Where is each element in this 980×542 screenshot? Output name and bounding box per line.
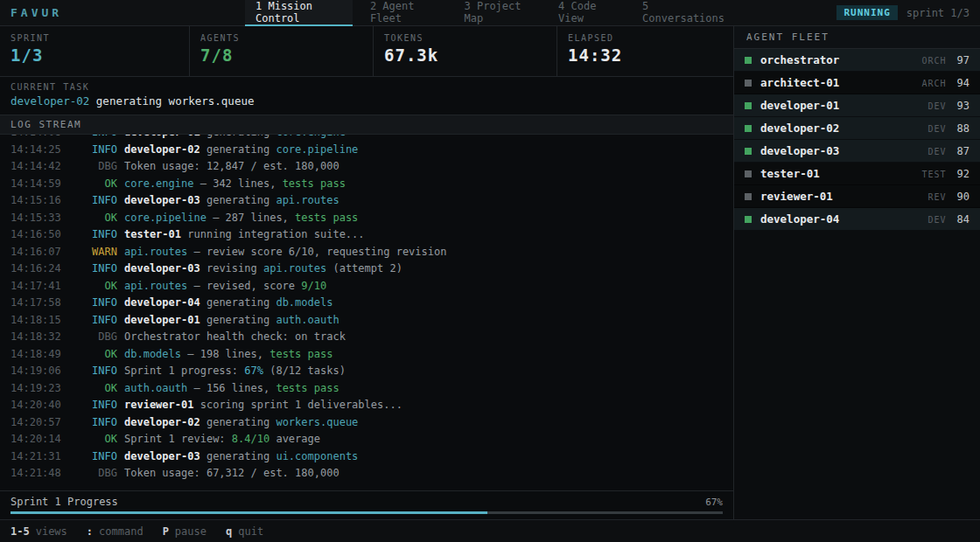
log-segment-msg: — 198 lines, xyxy=(181,348,270,360)
log-timestamp: 14:14:08 xyxy=(10,135,63,142)
log-line: 14:20:40INFOreviewer-01 scoring sprint 1… xyxy=(10,397,723,414)
log-segment-good: 9/10 xyxy=(301,280,326,292)
log-line: 14:21:48DBGToken usage: 67,312 / est. 18… xyxy=(10,465,723,483)
log-line: 14:18:32DBGOrchestrator health check: on… xyxy=(10,329,723,346)
log-segment-module: api.routes xyxy=(124,280,187,292)
status-badge: RUNNING xyxy=(836,5,897,20)
log-segment-msg: scoring sprint 1 deliverables... xyxy=(193,399,402,411)
key-hint-pause: Ppause xyxy=(163,525,206,538)
left-column: SPRINT1/3AGENTS7/8TOKENS67.3kELAPSED14:3… xyxy=(0,26,733,519)
log-segment-good: tests pass xyxy=(276,382,339,394)
log-segment-msg: — revised, score xyxy=(187,280,301,292)
log-message: api.routes — revised, score 9/10 xyxy=(124,280,326,292)
log-timestamp: 14:18:32 xyxy=(10,329,63,346)
log-segment-msg: Sprint 1 review: xyxy=(124,433,232,445)
tab-1-mission-control[interactable]: 1 Mission Control xyxy=(245,0,353,26)
log-message: Orchestrator health check: on track xyxy=(124,330,346,343)
log-line: 14:16:50INFOtester-01 running integratio… xyxy=(10,226,723,244)
agent-row-reviewer-01[interactable]: reviewer-01REV90 xyxy=(734,185,980,208)
log-segment-msg: Token usage: 12,847 / est. 180,000 xyxy=(124,160,340,172)
log-body[interactable]: 14:14:08INFOdeveloper-01 generating core… xyxy=(0,135,733,490)
log-timestamp: 14:21:48 xyxy=(10,465,63,483)
log-line: 14:17:41OKapi.routes — revised, score 9/… xyxy=(10,278,723,295)
log-segment-msg: Token usage: 67,312 / est. 180,000 xyxy=(124,467,340,479)
log-level: INFO xyxy=(88,397,117,414)
agent-role: ORCH xyxy=(921,56,946,66)
tab-2-agent-fleet[interactable]: 2 Agent Fleet xyxy=(360,0,447,26)
agent-row-developer-04[interactable]: developer-04DEV84 xyxy=(734,208,980,231)
agent-role: REV xyxy=(928,192,946,202)
stat-value: 7/8 xyxy=(200,45,373,65)
tab-bar: 1 Mission Control2 Agent Fleet3 Project … xyxy=(245,0,735,26)
tab-3-project-map[interactable]: 3 Project Map xyxy=(453,0,541,26)
agent-role: TEST xyxy=(921,170,946,179)
stats-strip: SPRINT1/3AGENTS7/8TOKENS67.3kELAPSED14:3… xyxy=(0,26,733,77)
stat-value: 1/3 xyxy=(10,45,189,65)
log-level: DBG xyxy=(88,158,117,176)
log-message: db.models — 198 lines, tests pass xyxy=(124,348,332,360)
sprint-note: sprint 1/3 xyxy=(906,7,970,19)
progress-percent: 67% xyxy=(705,497,723,508)
log-panel: LOG STREAM 14:14:08INFOdeveloper-01 gene… xyxy=(0,115,733,490)
log-segment-module: api.routes xyxy=(263,262,326,274)
agent-name: developer-03 xyxy=(760,144,839,157)
agent-name: reviewer-01 xyxy=(760,190,833,203)
agent-row-developer-01[interactable]: developer-01DEV93 xyxy=(734,94,980,117)
log-line: 14:14:08INFOdeveloper-01 generating core… xyxy=(10,135,723,142)
log-segment-good: 8.4/10 xyxy=(232,433,270,445)
log-level: INFO xyxy=(88,312,117,330)
tab-5-conversations[interactable]: 5 Conversations xyxy=(632,0,735,26)
log-message: developer-01 generating core.engine xyxy=(124,135,346,138)
log-level: INFO xyxy=(88,414,117,432)
agent-row-developer-02[interactable]: developer-02DEV88 xyxy=(734,117,980,140)
log-timestamp: 14:16:07 xyxy=(10,244,63,261)
hint-label: pause xyxy=(175,525,206,538)
agent-meta: DEV93 xyxy=(928,100,970,112)
log-message: Token usage: 67,312 / est. 180,000 xyxy=(124,467,340,479)
log-level: OK xyxy=(88,431,117,448)
log-message: Token usage: 12,847 / est. 180,000 xyxy=(124,160,340,172)
stat-elapsed: ELAPSED14:32 xyxy=(557,26,733,76)
log-segment-msg: — 342 lines, xyxy=(193,177,282,190)
log-timestamp: 14:14:25 xyxy=(10,142,63,159)
log-segment-accent: 67% xyxy=(244,365,263,377)
agent-role: DEV xyxy=(928,147,946,156)
agent-row-tester-01[interactable]: tester-01TEST92 xyxy=(734,163,980,185)
agent-status-icon xyxy=(745,170,752,177)
agent-row-orchestrator[interactable]: orchestratorORCH97 xyxy=(734,49,980,72)
agent-row-developer-03[interactable]: developer-03DEV87 xyxy=(734,140,980,163)
log-level: INFO xyxy=(88,295,117,312)
log-line: 14:17:58INFOdeveloper-04 generating db.m… xyxy=(10,295,723,312)
log-segment-msg: (8/12 tasks) xyxy=(263,365,346,377)
log-timestamp: 14:14:42 xyxy=(10,158,63,176)
log-level: INFO xyxy=(88,261,117,278)
log-message: core.pipeline — 287 lines, tests pass xyxy=(124,212,358,224)
log-segment-good: tests pass xyxy=(295,212,358,224)
log-segment-module: core.engine xyxy=(124,177,193,190)
agent-meta: DEV84 xyxy=(928,213,970,226)
log-level: WARN xyxy=(88,244,117,261)
log-message: developer-03 generating ui.components xyxy=(124,450,358,462)
agent-row-architect-01[interactable]: architect-01ARCH94 xyxy=(734,72,980,94)
sprint-progress-panel: Sprint 1 Progress 67% xyxy=(0,490,733,519)
log-segment-good: tests pass xyxy=(270,348,332,360)
stat-label: TOKENS xyxy=(384,33,556,43)
current-task-agent: developer-02 xyxy=(10,94,89,108)
agent-fleet-header: AGENT FLEET xyxy=(734,26,980,49)
log-segment-module: db.models xyxy=(276,296,332,309)
agent-role: DEV xyxy=(928,124,946,134)
log-timestamp: 14:19:06 xyxy=(10,363,63,380)
hint-key: P xyxy=(163,525,169,538)
tab-4-code-view[interactable]: 4 Code View xyxy=(548,0,625,26)
log-segment-module: core.engine xyxy=(276,135,345,138)
log-timestamp: 14:19:23 xyxy=(10,380,63,398)
log-segment-agent: developer-01 xyxy=(124,135,200,138)
stat-agents: AGENTS7/8 xyxy=(190,26,374,76)
key-hint-views: 1-5views xyxy=(10,525,67,538)
log-message: auth.oauth — 156 lines, tests pass xyxy=(124,382,340,394)
agent-score: 84 xyxy=(957,213,970,226)
progress-fill xyxy=(10,511,487,514)
agent-meta: REV90 xyxy=(928,191,970,203)
log-line: 14:20:57INFOdeveloper-02 generating work… xyxy=(10,414,723,432)
log-message: developer-02 generating core.pipeline xyxy=(124,143,358,156)
